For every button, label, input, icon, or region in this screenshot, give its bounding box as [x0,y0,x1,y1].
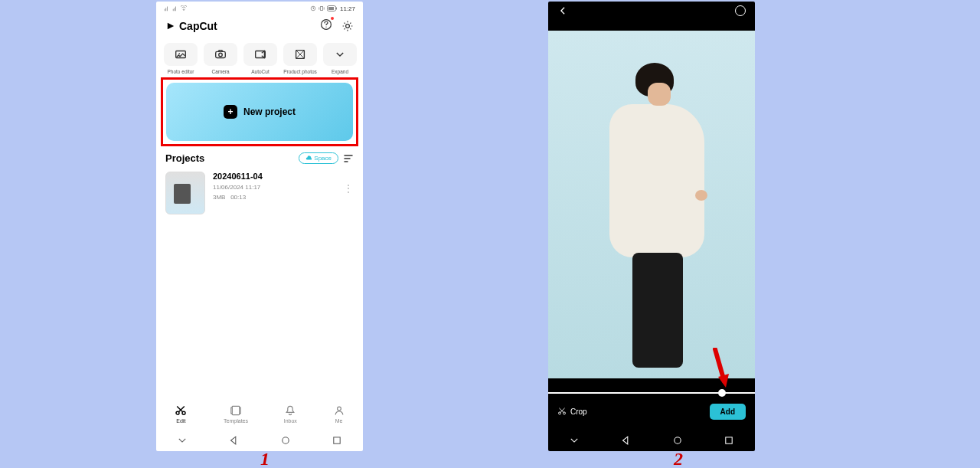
tool-label: AutoCut [251,69,270,74]
notification-dot [331,17,334,20]
system-nav [548,430,755,451]
new-project-button[interactable]: + New project [166,83,353,141]
tool-expand[interactable]: Expand [323,43,357,74]
nav-templates[interactable]: Templates [224,404,248,424]
app-logo: CapCut [165,20,217,32]
svg-point-10 [219,53,223,57]
space-label: Space [314,155,332,162]
sort-button[interactable] [343,154,354,163]
project-name: 20240611-04 [213,172,335,181]
tool-camera[interactable]: Camera [204,43,237,74]
media-picker-header [548,2,755,20]
crop-row: Crop Add [548,400,755,423]
app-name: CapCut [179,20,217,32]
svg-rect-3 [336,8,337,10]
alarm-icon [310,5,316,11]
signal-icon [164,5,170,11]
app-header: CapCut [156,15,363,37]
select-circle[interactable] [735,5,746,16]
video-preview[interactable] [548,31,755,378]
settings-button[interactable] [341,20,354,32]
svg-point-23 [675,437,681,443]
phone-screen-2: Crop Add [548,2,755,451]
add-label: Add [720,407,735,416]
help-button[interactable] [320,18,332,34]
tool-label: Product photos [283,69,317,74]
svg-rect-24 [726,437,732,443]
project-item[interactable]: 20240611-04 11/06/2024 11:17 3MB 00:13 ⋮ [156,165,363,221]
nav-label: Templates [224,418,248,424]
tools-row: Photo editor Camera AutoCut Product phot… [156,37,363,74]
tool-photo-editor[interactable]: Photo editor [164,43,198,74]
cloud-icon [305,155,312,162]
projects-header: Projects Space [156,151,363,165]
phone-screen-1: 11:27 CapCut Photo editor Camera AutoCut [156,2,363,451]
sysnav-recent[interactable] [332,435,342,446]
tool-product-photos[interactable]: Product photos [283,43,317,74]
camera-icon [214,47,227,61]
sysnav-back[interactable] [228,435,239,446]
sysnav-back[interactable] [620,435,631,446]
sysnav-home[interactable] [280,435,291,446]
svg-point-21 [559,412,561,414]
svg-point-13 [176,411,179,414]
nav-label: Inbox [284,418,297,424]
project-info: 3MB 00:13 [213,194,335,201]
sysnav-chevron-down[interactable] [569,435,580,446]
svg-point-14 [182,411,185,414]
plus-icon: + [224,105,237,119]
crop-label: Crop [570,407,587,416]
nav-label: Edit [176,418,185,424]
svg-rect-16 [231,407,233,414]
bell-icon [284,404,296,417]
nav-label: Me [335,418,343,424]
svg-point-6 [346,25,350,28]
chevron-down-icon [335,49,345,60]
back-button[interactable] [557,5,568,16]
photo-editor-icon [174,47,188,61]
nav-edit[interactable]: Edit [174,404,188,424]
highlight-box: + New project [161,77,358,146]
project-thumbnail [165,172,205,214]
project-more-button[interactable]: ⋮ [343,172,354,195]
sysnav-recent[interactable] [724,435,734,446]
autocut-icon [253,47,267,61]
tool-label: Expand [332,69,348,74]
capcut-logo-icon [165,21,176,31]
bottom-nav: Edit Templates Inbox Me [156,398,363,430]
annotation-caption-2: 2 [674,449,683,468]
status-right: 11:27 [310,5,355,12]
svg-point-18 [337,407,341,411]
tool-autocut[interactable]: AutoCut [243,43,277,74]
battery-icon [327,5,338,11]
scissors-icon [174,404,188,417]
annotation-caption-1: 1 [260,449,270,468]
system-nav [156,430,363,451]
svg-rect-15 [232,406,240,414]
person-icon [333,404,345,417]
scissors-icon [557,407,567,416]
svg-rect-1 [320,7,322,11]
nav-inbox[interactable]: Inbox [284,404,297,424]
tool-label: Photo editor [167,69,194,74]
video-subject [602,63,709,362]
vibrate-icon [318,5,325,11]
project-date: 11/06/2024 11:17 [213,184,335,191]
svg-point-8 [178,53,180,54]
svg-point-19 [283,437,289,443]
add-button[interactable]: Add [710,404,746,420]
svg-point-22 [564,412,566,414]
sysnav-home[interactable] [672,435,683,446]
status-left [164,5,187,11]
sysnav-chevron-down[interactable] [177,435,188,446]
space-button[interactable]: Space [299,152,338,164]
svg-rect-20 [334,437,340,443]
annotation-arrow [710,348,729,392]
templates-icon [230,404,242,417]
svg-rect-17 [240,407,241,414]
nav-me[interactable]: Me [333,404,345,424]
status-bar: 11:27 [156,2,363,15]
svg-rect-4 [328,7,334,10]
product-photos-icon [293,47,307,61]
crop-button[interactable]: Crop [557,407,587,416]
